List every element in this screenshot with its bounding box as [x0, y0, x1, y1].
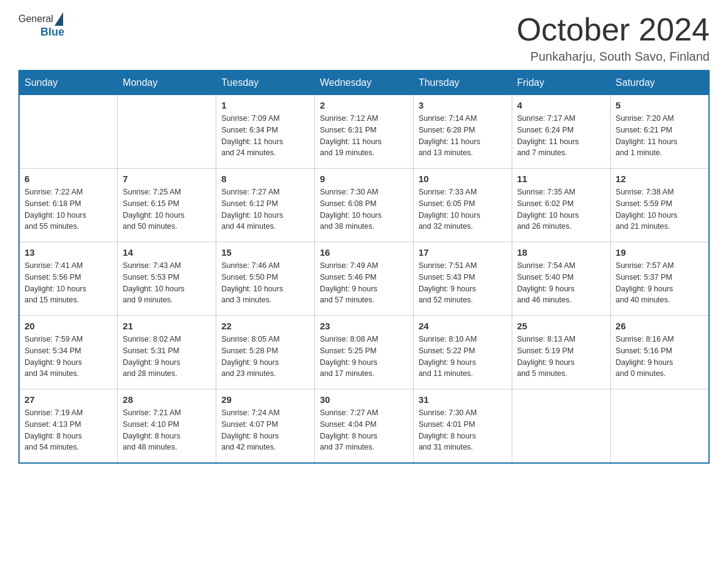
day-number: 11: [517, 174, 605, 184]
calendar-cell: 4Sunrise: 7:17 AMSunset: 6:24 PMDaylight…: [512, 95, 610, 169]
calendar-cell: [19, 95, 118, 169]
header-sunday: Sunday: [19, 71, 118, 95]
calendar-cell: 17Sunrise: 7:51 AMSunset: 5:43 PMDayligh…: [413, 242, 512, 316]
day-number: 31: [419, 394, 507, 405]
calendar-cell: 23Sunrise: 8:08 AMSunset: 5:25 PMDayligh…: [315, 316, 414, 389]
day-number: 13: [25, 247, 112, 258]
logo-general-text: General: [18, 13, 53, 25]
header-saturday: Saturday: [610, 71, 709, 95]
day-info: Sunrise: 7:54 AMSunset: 5:40 PMDaylight:…: [517, 260, 605, 306]
calendar-cell: 11Sunrise: 7:35 AMSunset: 6:02 PMDayligh…: [512, 169, 610, 242]
week-row-4: 20Sunrise: 7:59 AMSunset: 5:34 PMDayligh…: [19, 316, 709, 389]
calendar-cell: 12Sunrise: 7:38 AMSunset: 5:59 PMDayligh…: [610, 169, 709, 242]
calendar-cell: [610, 389, 709, 463]
day-number: 3: [419, 100, 507, 110]
day-number: 10: [419, 174, 507, 184]
header-friday: Friday: [512, 71, 610, 95]
day-number: 9: [320, 174, 408, 184]
day-number: 29: [221, 394, 309, 405]
day-info: Sunrise: 7:09 AMSunset: 6:34 PMDaylight:…: [221, 113, 309, 159]
calendar-cell: 14Sunrise: 7:43 AMSunset: 5:53 PMDayligh…: [118, 242, 216, 316]
day-number: 30: [320, 394, 408, 405]
day-number: 23: [320, 321, 408, 331]
calendar-cell: 10Sunrise: 7:33 AMSunset: 6:05 PMDayligh…: [413, 169, 512, 242]
calendar-cell: 24Sunrise: 8:10 AMSunset: 5:22 PMDayligh…: [413, 316, 512, 389]
day-number: 22: [221, 321, 309, 331]
calendar-cell: 27Sunrise: 7:19 AMSunset: 4:13 PMDayligh…: [19, 389, 118, 463]
day-info: Sunrise: 7:41 AMSunset: 5:56 PMDaylight:…: [25, 260, 112, 306]
calendar-cell: 15Sunrise: 7:46 AMSunset: 5:50 PMDayligh…: [216, 242, 315, 316]
day-info: Sunrise: 7:59 AMSunset: 5:34 PMDaylight:…: [25, 334, 112, 380]
day-info: Sunrise: 7:27 AMSunset: 4:04 PMDaylight:…: [320, 407, 408, 453]
calendar-cell: 1Sunrise: 7:09 AMSunset: 6:34 PMDaylight…: [216, 95, 315, 169]
calendar-cell: 31Sunrise: 7:30 AMSunset: 4:01 PMDayligh…: [413, 389, 512, 463]
day-number: 21: [123, 321, 211, 331]
day-info: Sunrise: 7:24 AMSunset: 4:07 PMDaylight:…: [221, 407, 309, 453]
day-number: 17: [419, 247, 507, 258]
header-monday: Monday: [118, 71, 216, 95]
day-info: Sunrise: 8:08 AMSunset: 5:25 PMDaylight:…: [320, 334, 408, 380]
calendar-cell: 19Sunrise: 7:57 AMSunset: 5:37 PMDayligh…: [610, 242, 709, 316]
day-info: Sunrise: 7:14 AMSunset: 6:28 PMDaylight:…: [419, 113, 507, 159]
logo-triangle-icon: [55, 12, 63, 26]
calendar-cell: 16Sunrise: 7:49 AMSunset: 5:46 PMDayligh…: [315, 242, 414, 316]
day-number: 14: [123, 247, 211, 258]
day-info: Sunrise: 7:35 AMSunset: 6:02 PMDaylight:…: [517, 186, 605, 232]
day-number: 27: [25, 394, 112, 405]
day-info: Sunrise: 7:22 AMSunset: 6:18 PMDaylight:…: [25, 186, 112, 232]
day-info: Sunrise: 7:51 AMSunset: 5:43 PMDaylight:…: [419, 260, 507, 306]
day-info: Sunrise: 7:21 AMSunset: 4:10 PMDaylight:…: [123, 407, 211, 453]
day-number: 20: [25, 321, 112, 331]
calendar-cell: 29Sunrise: 7:24 AMSunset: 4:07 PMDayligh…: [216, 389, 315, 463]
calendar-cell: 22Sunrise: 8:05 AMSunset: 5:28 PMDayligh…: [216, 316, 315, 389]
logo: General Blue: [18, 12, 64, 39]
week-row-1: 1Sunrise: 7:09 AMSunset: 6:34 PMDaylight…: [19, 95, 709, 169]
day-info: Sunrise: 7:38 AMSunset: 5:59 PMDaylight:…: [616, 186, 703, 232]
calendar-cell: 21Sunrise: 8:02 AMSunset: 5:31 PMDayligh…: [118, 316, 216, 389]
day-number: 7: [123, 174, 211, 184]
calendar-cell: 8Sunrise: 7:27 AMSunset: 6:12 PMDaylight…: [216, 169, 315, 242]
calendar-cell: 25Sunrise: 8:13 AMSunset: 5:19 PMDayligh…: [512, 316, 610, 389]
calendar-cell: [118, 95, 216, 169]
day-number: 1: [221, 100, 309, 110]
header-tuesday: Tuesday: [216, 71, 315, 95]
day-number: 4: [517, 100, 605, 110]
logo-blue-text: Blue: [40, 26, 64, 39]
day-number: 26: [616, 321, 703, 331]
calendar-cell: 13Sunrise: 7:41 AMSunset: 5:56 PMDayligh…: [19, 242, 118, 316]
calendar-header-row: SundayMondayTuesdayWednesdayThursdayFrid…: [19, 71, 709, 95]
calendar-cell: 20Sunrise: 7:59 AMSunset: 5:34 PMDayligh…: [19, 316, 118, 389]
day-number: 5: [616, 100, 703, 110]
week-row-2: 6Sunrise: 7:22 AMSunset: 6:18 PMDaylight…: [19, 169, 709, 242]
calendar-table: SundayMondayTuesdayWednesdayThursdayFrid…: [18, 70, 710, 464]
day-number: 8: [221, 174, 309, 184]
day-info: Sunrise: 8:16 AMSunset: 5:16 PMDaylight:…: [616, 334, 703, 380]
title-block: October 2024 Punkaharju, South Savo, Fin…: [517, 12, 710, 64]
day-number: 19: [616, 247, 703, 258]
day-number: 18: [517, 247, 605, 258]
day-info: Sunrise: 7:30 AMSunset: 6:08 PMDaylight:…: [320, 186, 408, 232]
day-info: Sunrise: 7:46 AMSunset: 5:50 PMDaylight:…: [221, 260, 309, 306]
day-number: 2: [320, 100, 408, 110]
day-number: 25: [517, 321, 605, 331]
calendar-cell: 3Sunrise: 7:14 AMSunset: 6:28 PMDaylight…: [413, 95, 512, 169]
day-info: Sunrise: 8:13 AMSunset: 5:19 PMDaylight:…: [517, 334, 605, 380]
calendar-cell: 28Sunrise: 7:21 AMSunset: 4:10 PMDayligh…: [118, 389, 216, 463]
day-info: Sunrise: 7:27 AMSunset: 6:12 PMDaylight:…: [221, 186, 309, 232]
calendar-cell: 18Sunrise: 7:54 AMSunset: 5:40 PMDayligh…: [512, 242, 610, 316]
day-info: Sunrise: 8:10 AMSunset: 5:22 PMDaylight:…: [419, 334, 507, 380]
day-info: Sunrise: 7:49 AMSunset: 5:46 PMDaylight:…: [320, 260, 408, 306]
header-thursday: Thursday: [413, 71, 512, 95]
calendar-cell: 5Sunrise: 7:20 AMSunset: 6:21 PMDaylight…: [610, 95, 709, 169]
calendar-cell: [512, 389, 610, 463]
day-info: Sunrise: 7:20 AMSunset: 6:21 PMDaylight:…: [616, 113, 703, 159]
day-info: Sunrise: 8:05 AMSunset: 5:28 PMDaylight:…: [221, 334, 309, 380]
day-info: Sunrise: 7:12 AMSunset: 6:31 PMDaylight:…: [320, 113, 408, 159]
day-number: 6: [25, 174, 112, 184]
header-wednesday: Wednesday: [315, 71, 414, 95]
day-info: Sunrise: 7:57 AMSunset: 5:37 PMDaylight:…: [616, 260, 703, 306]
month-title: October 2024: [517, 12, 710, 47]
day-info: Sunrise: 7:19 AMSunset: 4:13 PMDaylight:…: [25, 407, 112, 453]
day-number: 28: [123, 394, 211, 405]
day-number: 24: [419, 321, 507, 331]
